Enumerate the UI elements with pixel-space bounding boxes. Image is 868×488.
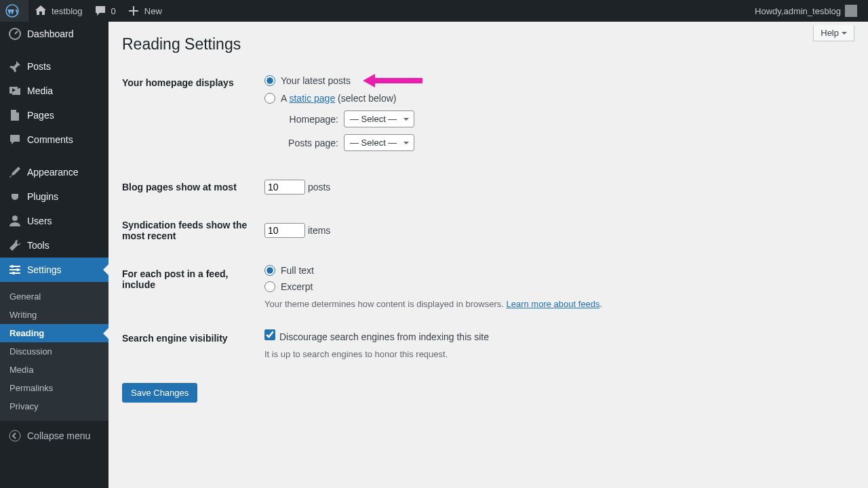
- save-button[interactable]: Save Changes: [122, 383, 197, 403]
- visibility-checkbox[interactable]: [264, 329, 275, 340]
- visibility-label: Search engine visibility: [122, 319, 258, 369]
- page-icon: [8, 108, 22, 122]
- dashboard-icon: [8, 27, 22, 41]
- sidebar-item-users[interactable]: Users: [0, 209, 108, 233]
- avatar-icon: [845, 5, 857, 17]
- excerpt-label[interactable]: Excerpt: [281, 281, 313, 292]
- arrow-annotation: [363, 74, 422, 87]
- static-page-link[interactable]: static page: [289, 93, 335, 104]
- blog-pages-input[interactable]: [264, 180, 305, 195]
- submenu-discussion[interactable]: Discussion: [0, 342, 108, 361]
- homepage-select-label: Homepage:: [281, 114, 338, 125]
- plug-icon: [8, 190, 22, 203]
- sidebar-item-posts[interactable]: Posts: [0, 54, 108, 79]
- site-name: testblog: [52, 6, 83, 16]
- home-icon: [34, 4, 47, 18]
- sidebar-item-pages[interactable]: Pages: [0, 103, 108, 127]
- visibility-description: It is up to search engines to honor this…: [264, 349, 848, 359]
- brush-icon: [8, 165, 22, 179]
- sidebar-item-tools[interactable]: Tools: [0, 233, 108, 258]
- comments-link[interactable]: 0: [88, 0, 121, 22]
- learn-feeds-link[interactable]: Learn more about feeds: [506, 299, 599, 309]
- wrench-icon: [8, 239, 22, 252]
- svg-point-8: [12, 272, 15, 274]
- page-title: Reading Settings: [122, 22, 854, 64]
- sidebar-item-plugins[interactable]: Plugins: [0, 184, 108, 209]
- feed-include-label: For each post in a feed, include: [122, 255, 258, 319]
- user-icon: [8, 214, 22, 228]
- visibility-checkbox-row[interactable]: Discourage search engines from indexing …: [264, 331, 489, 342]
- syndication-input[interactable]: [264, 223, 305, 238]
- submenu-media[interactable]: Media: [0, 361, 108, 379]
- feed-description: Your theme determines how content is dis…: [264, 299, 848, 309]
- submenu-permalinks[interactable]: Permalinks: [0, 379, 108, 397]
- posts-page-select[interactable]: — Select —: [344, 134, 414, 151]
- media-icon: [8, 84, 22, 98]
- sidebar-item-dashboard[interactable]: Dashboard: [0, 22, 108, 46]
- submenu-privacy[interactable]: Privacy: [0, 397, 108, 415]
- new-content-link[interactable]: New: [121, 0, 167, 22]
- svg-point-7: [16, 268, 19, 271]
- svg-point-2: [12, 216, 18, 221]
- radio-excerpt[interactable]: [264, 281, 275, 292]
- radio-static-page[interactable]: [264, 93, 275, 104]
- site-home-link[interactable]: testblog: [28, 0, 88, 22]
- sidebar-item-comments[interactable]: Comments: [0, 127, 108, 152]
- sidebar-item-settings[interactable]: Settings: [0, 258, 108, 282]
- comments-count: 0: [111, 6, 116, 16]
- posts-page-select-label: Posts page:: [281, 138, 338, 148]
- collapse-menu-button[interactable]: Collapse menu: [0, 424, 108, 430]
- radio-full-text[interactable]: [264, 265, 275, 276]
- comments-icon: [8, 133, 22, 146]
- blog-pages-label: Blog pages show at most: [122, 168, 258, 206]
- comment-icon: [94, 4, 107, 18]
- blog-pages-suffix: posts: [308, 182, 330, 192]
- sidebar-item-appearance[interactable]: Appearance: [0, 160, 108, 184]
- homepage-select[interactable]: — Select —: [344, 110, 414, 127]
- syndication-label: Syndication feeds show the most recent: [122, 206, 258, 255]
- wordpress-icon: [5, 4, 19, 18]
- svg-point-6: [11, 265, 14, 268]
- settings-icon: [8, 263, 22, 277]
- submenu-writing[interactable]: Writing: [0, 306, 108, 324]
- submenu-reading[interactable]: Reading: [0, 324, 108, 342]
- wp-logo[interactable]: [0, 0, 28, 22]
- my-account-link[interactable]: Howdy, admin_tesblog: [749, 0, 863, 22]
- latest-posts-label[interactable]: Your latest posts: [281, 75, 351, 86]
- collapse-icon: [8, 429, 22, 430]
- full-text-label[interactable]: Full text: [281, 265, 314, 276]
- homepage-displays-label: Your homepage displays: [122, 64, 258, 168]
- pin-icon: [8, 60, 22, 73]
- help-tab[interactable]: Help: [813, 25, 854, 41]
- caret-down-icon: [842, 32, 847, 37]
- plus-icon: [127, 4, 140, 18]
- sidebar-item-media[interactable]: Media: [0, 79, 108, 103]
- syndication-suffix: items: [308, 225, 330, 236]
- user-name: admin_tesblog: [783, 6, 841, 16]
- radio-latest-posts[interactable]: [264, 75, 275, 86]
- static-page-label[interactable]: A static page (select below): [281, 93, 396, 104]
- howdy-prefix: Howdy,: [755, 6, 783, 16]
- new-label: New: [144, 6, 162, 16]
- submenu-general[interactable]: General: [0, 287, 108, 306]
